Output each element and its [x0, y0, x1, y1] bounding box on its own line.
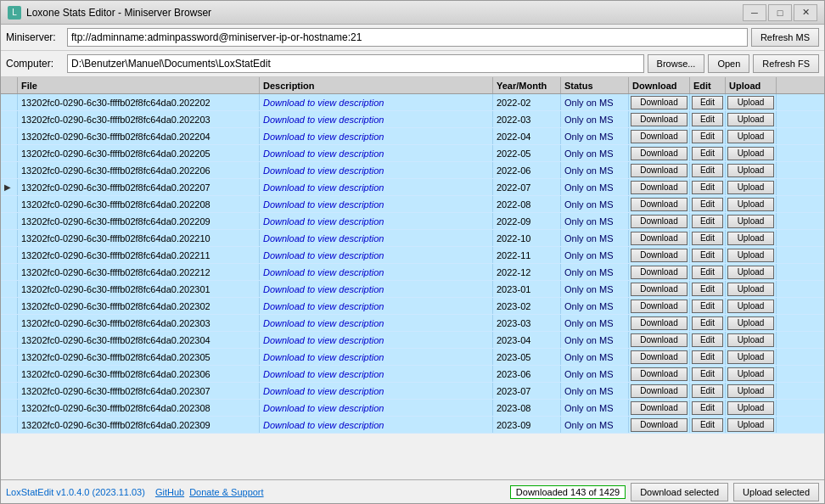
- upload-button[interactable]: Upload: [727, 130, 774, 143]
- edit-button[interactable]: Edit: [692, 147, 723, 160]
- edit-button[interactable]: Edit: [692, 232, 723, 245]
- edit-button[interactable]: Edit: [692, 333, 723, 347]
- table-row[interactable]: 13202fc0-0290-6c30-ffffb02f8fc64da0.2023…: [1, 298, 824, 315]
- download-button[interactable]: Download: [631, 130, 688, 143]
- upload-selected-button[interactable]: Upload selected: [733, 483, 819, 501]
- upload-button[interactable]: Upload: [727, 333, 774, 347]
- edit-button[interactable]: Edit: [692, 266, 723, 279]
- upload-button[interactable]: Upload: [727, 232, 774, 245]
- open-button[interactable]: Open: [708, 54, 749, 73]
- table-row[interactable]: 13202fc0-0290-6c30-ffffb02f8fc64da0.2022…: [1, 111, 824, 128]
- donate-link[interactable]: Donate & Support: [189, 487, 263, 497]
- edit-button[interactable]: Edit: [692, 130, 723, 143]
- miniserver-input[interactable]: [67, 28, 748, 47]
- download-button[interactable]: Download: [631, 164, 688, 177]
- download-button[interactable]: Download: [631, 249, 688, 262]
- row-upload-cell: Upload: [726, 145, 777, 161]
- download-selected-button[interactable]: Download selected: [631, 483, 728, 501]
- download-button[interactable]: Download: [631, 96, 688, 109]
- table-row[interactable]: 13202fc0-0290-6c30-ffffb02f8fc64da0.2022…: [1, 94, 824, 111]
- table-row[interactable]: 13202fc0-0290-6c30-ffffb02f8fc64da0.2022…: [1, 196, 824, 213]
- upload-button[interactable]: Upload: [727, 418, 774, 432]
- edit-button[interactable]: Edit: [692, 384, 723, 398]
- upload-button[interactable]: Upload: [727, 266, 774, 279]
- edit-button[interactable]: Edit: [692, 96, 723, 109]
- upload-button[interactable]: Upload: [727, 316, 774, 330]
- maximize-button[interactable]: □: [768, 4, 792, 21]
- upload-button[interactable]: Upload: [727, 384, 774, 398]
- table-row[interactable]: 13202fc0-0290-6c30-ffffb02f8fc64da0.2022…: [1, 213, 824, 230]
- download-button[interactable]: Download: [631, 300, 688, 313]
- edit-button[interactable]: Edit: [692, 367, 723, 381]
- table-row[interactable]: 13202fc0-0290-6c30-ffffb02f8fc64da0.2023…: [1, 332, 824, 349]
- table-row[interactable]: 13202fc0-0290-6c30-ffffb02f8fc64da0.2022…: [1, 128, 824, 145]
- refresh-ms-button[interactable]: Refresh MS: [751, 28, 819, 47]
- download-button[interactable]: Download: [631, 401, 688, 415]
- upload-button[interactable]: Upload: [727, 350, 774, 364]
- row-upload-cell: Upload: [726, 196, 777, 212]
- upload-button[interactable]: Upload: [727, 96, 774, 109]
- table-row[interactable]: 13202fc0-0290-6c30-ffffb02f8fc64da0.2022…: [1, 247, 824, 264]
- table-row[interactable]: 13202fc0-0290-6c30-ffffb02f8fc64da0.2022…: [1, 230, 824, 247]
- edit-button[interactable]: Edit: [692, 181, 723, 194]
- download-button[interactable]: Download: [631, 215, 688, 228]
- download-button[interactable]: Download: [631, 384, 688, 398]
- download-button[interactable]: Download: [631, 367, 688, 381]
- github-link[interactable]: GitHub: [155, 487, 184, 497]
- row-year: 2023-01: [493, 281, 561, 297]
- row-upload-cell: Upload: [726, 298, 777, 314]
- edit-button[interactable]: Edit: [692, 350, 723, 364]
- table-row[interactable]: 13202fc0-0290-6c30-ffffb02f8fc64da0.2023…: [1, 383, 824, 400]
- edit-button[interactable]: Edit: [692, 283, 723, 296]
- edit-button[interactable]: Edit: [692, 164, 723, 177]
- upload-button[interactable]: Upload: [727, 215, 774, 228]
- minimize-button[interactable]: ─: [743, 4, 766, 21]
- download-button[interactable]: Download: [631, 316, 688, 330]
- upload-button[interactable]: Upload: [727, 181, 774, 194]
- table-row[interactable]: 13202fc0-0290-6c30-ffffb02f8fc64da0.2022…: [1, 162, 824, 179]
- edit-button[interactable]: Edit: [692, 113, 723, 126]
- edit-button[interactable]: Edit: [692, 300, 723, 313]
- table-row[interactable]: 13202fc0-0290-6c30-ffffb02f8fc64da0.2023…: [1, 349, 824, 366]
- table-row[interactable]: 13202fc0-0290-6c30-ffffb02f8fc64da0.2023…: [1, 417, 824, 434]
- edit-button[interactable]: Edit: [692, 316, 723, 330]
- table-row[interactable]: 13202fc0-0290-6c30-ffffb02f8fc64da0.2022…: [1, 145, 824, 162]
- upload-button[interactable]: Upload: [727, 401, 774, 415]
- upload-button[interactable]: Upload: [727, 198, 774, 211]
- upload-button[interactable]: Upload: [727, 249, 774, 262]
- download-button[interactable]: Download: [631, 147, 688, 160]
- download-button[interactable]: Download: [631, 266, 688, 279]
- download-button[interactable]: Download: [631, 333, 688, 347]
- table-row[interactable]: 13202fc0-0290-6c30-ffffb02f8fc64da0.2023…: [1, 366, 824, 383]
- upload-button[interactable]: Upload: [727, 367, 774, 381]
- table-row[interactable]: 13202fc0-0290-6c30-ffffb02f8fc64da0.2022…: [1, 264, 824, 281]
- download-button[interactable]: Download: [631, 198, 688, 211]
- row-arrow: [1, 247, 18, 263]
- download-button[interactable]: Download: [631, 350, 688, 364]
- table-row[interactable]: 13202fc0-0290-6c30-ffffb02f8fc64da0.2023…: [1, 281, 824, 298]
- row-file: 13202fc0-0290-6c30-ffffb02f8fc64da0.2022…: [18, 162, 260, 178]
- upload-button[interactable]: Upload: [727, 300, 774, 313]
- upload-button[interactable]: Upload: [727, 164, 774, 177]
- download-button[interactable]: Download: [631, 113, 688, 126]
- download-button[interactable]: Download: [631, 232, 688, 245]
- edit-button[interactable]: Edit: [692, 418, 723, 432]
- download-button[interactable]: Download: [631, 283, 688, 296]
- browse-button[interactable]: Browse...: [648, 54, 705, 73]
- computer-input[interactable]: [67, 54, 644, 73]
- close-button[interactable]: ✕: [794, 4, 817, 21]
- table-row[interactable]: ▶ 13202fc0-0290-6c30-ffffb02f8fc64da0.20…: [1, 179, 824, 196]
- edit-button[interactable]: Edit: [692, 215, 723, 228]
- download-button[interactable]: Download: [631, 418, 688, 432]
- table-row[interactable]: 13202fc0-0290-6c30-ffffb02f8fc64da0.2023…: [1, 400, 824, 417]
- upload-button[interactable]: Upload: [727, 147, 774, 160]
- upload-button[interactable]: Upload: [727, 113, 774, 126]
- refresh-fs-button[interactable]: Refresh FS: [753, 54, 819, 73]
- table-row[interactable]: 13202fc0-0290-6c30-ffffb02f8fc64da0.2023…: [1, 315, 824, 332]
- edit-button[interactable]: Edit: [692, 401, 723, 415]
- upload-button[interactable]: Upload: [727, 283, 774, 296]
- download-button[interactable]: Download: [631, 181, 688, 194]
- edit-button[interactable]: Edit: [692, 198, 723, 211]
- th-file: File: [18, 77, 260, 93]
- edit-button[interactable]: Edit: [692, 249, 723, 262]
